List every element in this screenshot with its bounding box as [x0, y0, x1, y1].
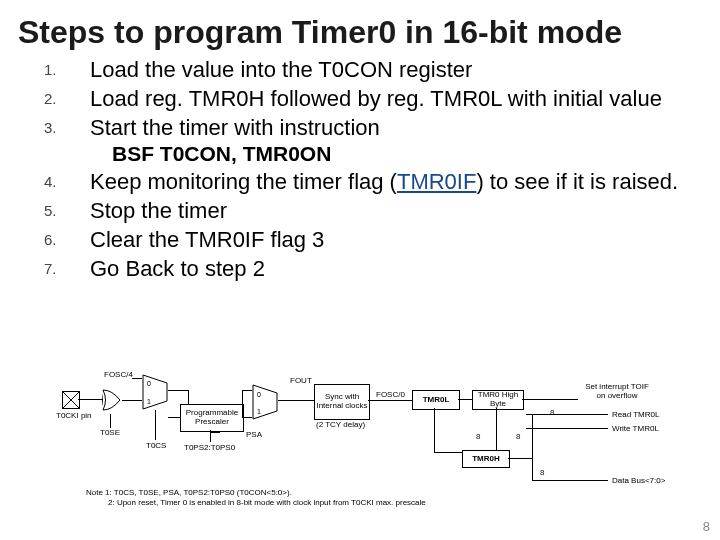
label-fosc4: FOSC/4	[104, 370, 133, 379]
mux1-icon: 0 1	[142, 374, 168, 410]
label-t0se: T0SE	[100, 428, 120, 437]
page-number: 8	[703, 519, 710, 534]
step-4-text-a: Keep monitoring the timer flag (	[90, 169, 397, 194]
step-7: Go Back to step 2	[90, 256, 690, 283]
tmr0high-box: TMR0 High Byte	[472, 390, 524, 410]
slide-title: Steps to program Timer0 in 16-bit mode	[0, 0, 720, 51]
step-3: Start the timer with instruction BSF T0C…	[90, 115, 690, 167]
step-4: Keep monitoring the timer flag (TMR0IF) …	[90, 169, 690, 196]
step-6: Clear the TMR0IF flag 3	[90, 227, 690, 254]
label-eight1: 8	[550, 408, 554, 417]
step-1: Load the value into the T0CON register	[90, 57, 690, 84]
label-fosc0: FOSC/0	[376, 390, 405, 399]
label-delay: (2 TCY delay)	[316, 420, 365, 429]
label-databus: Data Bus<7:0>	[612, 476, 665, 485]
step-5: Stop the timer	[90, 198, 690, 225]
label-write: Write TMR0L	[612, 424, 659, 433]
label-psa: PSA	[246, 430, 262, 439]
label-t0ps: T0PS2:T0PS0	[184, 443, 235, 452]
svg-text:0: 0	[147, 380, 151, 387]
label-t0cs: T0CS	[146, 441, 166, 450]
steps-list: Load the value into the T0CON register L…	[0, 57, 720, 282]
sync-box: Sync with Internal clocks	[314, 384, 370, 420]
tmr0h-box: TMR0H	[462, 450, 510, 468]
timer0-block-diagram: FOSC/4 T0CKI pin T0SE 0 1 T0CS Programma…	[56, 370, 672, 520]
label-t0cki: T0CKI pin	[56, 411, 92, 420]
label-eight2: 8	[476, 432, 480, 441]
step-4-link: TMR0IF	[397, 169, 476, 194]
tmr0l-box: TMR0L	[412, 390, 460, 410]
label-fout: FOUT	[290, 376, 312, 385]
step-6-text: Clear the TMR0IF flag 3	[90, 227, 324, 252]
svg-text:1: 1	[257, 408, 261, 415]
step-2-text: Load reg. TMR0H followed by reg. TMR0L w…	[90, 86, 662, 111]
step-7-text: Go Back to step 2	[90, 256, 265, 281]
setint-label: Set interrupt TOIF on overflow	[580, 380, 654, 404]
xor-gate-icon	[102, 388, 122, 412]
note-1: Note 1: T0CS, T0SE, PSA, T0PS2:T0PS0 (T0…	[86, 488, 292, 497]
label-read: Read TMR0L	[612, 410, 659, 419]
step-1-text: Load the value into the T0CON register	[90, 57, 472, 82]
prescaler-box: Programmable Prescaler	[180, 404, 244, 432]
step-4-text-b: ) to see if it is raised.	[476, 169, 678, 194]
label-eight3: 8	[516, 432, 520, 441]
step-3-instruction: BSF T0CON, TMR0ON	[112, 141, 690, 167]
note-2: 2: Upon reset, Timer 0 is enabled in 8-b…	[108, 498, 426, 507]
svg-text:1: 1	[147, 398, 151, 405]
mux2-icon: 0 1	[252, 384, 278, 420]
step-2: Load reg. TMR0H followed by reg. TMR0L w…	[90, 86, 690, 113]
pin-cross-icon	[63, 392, 79, 408]
step-3-text: Start the timer with instruction	[90, 115, 380, 140]
pin-box	[62, 391, 80, 409]
label-eight4: 8	[540, 468, 544, 477]
step-5-text: Stop the timer	[90, 198, 227, 223]
svg-text:0: 0	[257, 391, 261, 398]
